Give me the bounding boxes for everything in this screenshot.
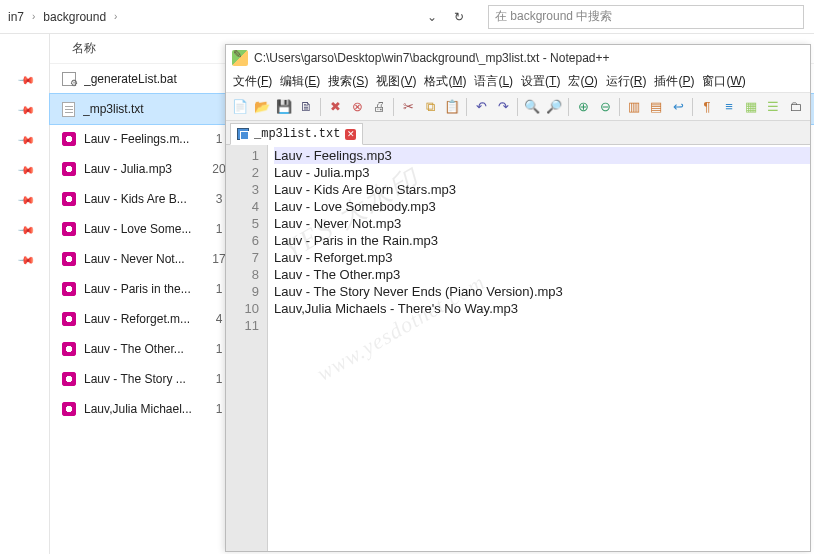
toolbar-separator: [466, 98, 467, 116]
toolbar-separator: [320, 98, 321, 116]
folder-tree-icon[interactable]: 🗀: [785, 97, 805, 117]
tab-bar[interactable]: _mp3list.txt ✕: [226, 121, 810, 145]
new-file-icon[interactable]: 📄: [230, 97, 250, 117]
line-number: 4: [226, 198, 259, 215]
toolbar-separator: [568, 98, 569, 116]
code-line: Lauv,Julia Michaels - There's No Way.mp3: [274, 300, 810, 317]
menu-item[interactable]: 视图(V): [373, 71, 419, 92]
open-file-icon[interactable]: 📂: [252, 97, 272, 117]
quick-access-pane: 📌📌📌📌📌📌📌: [0, 34, 50, 554]
pin-icon[interactable]: 📌: [13, 101, 36, 124]
file-name: Lauv - Feelings.m...: [84, 132, 204, 146]
code-line: Lauv - Julia.mp3: [274, 164, 810, 181]
menu-item[interactable]: 插件(P): [651, 71, 697, 92]
line-number: 3: [226, 181, 259, 198]
file-name: Lauv - Love Some...: [84, 222, 204, 236]
pin-icon[interactable]: 📌: [13, 71, 36, 94]
title-bar[interactable]: C:\Users\garso\Desktop\win7\background\_…: [226, 45, 810, 71]
search-input[interactable]: 在 background 中搜索: [488, 5, 804, 29]
file-name: Lauv - The Other...: [84, 342, 204, 356]
breadcrumb[interactable]: in7 › background ›: [0, 0, 420, 33]
pin-icon[interactable]: 📌: [13, 221, 36, 244]
crumb-1[interactable]: background: [39, 6, 110, 28]
undo-icon[interactable]: ↶: [471, 97, 491, 117]
menu-item[interactable]: 运行(R): [603, 71, 650, 92]
line-number-gutter: 1234567891011: [226, 145, 268, 551]
file-name: Lauv - Kids Are B...: [84, 192, 204, 206]
show-all-icon[interactable]: ¶: [697, 97, 717, 117]
menu-item[interactable]: 设置(T): [518, 71, 563, 92]
file-name: _mp3list.txt: [83, 102, 203, 116]
doc-map-icon[interactable]: ▦: [741, 97, 761, 117]
copy-icon[interactable]: ⧉: [420, 97, 440, 117]
tab-close-icon[interactable]: ✕: [345, 129, 356, 140]
menu-item[interactable]: 编辑(E): [277, 71, 323, 92]
menu-bar[interactable]: 文件(F)编辑(E)搜索(S)视图(V)格式(M)语言(L)设置(T)宏(O)运…: [226, 71, 810, 93]
toolbar-separator: [393, 98, 394, 116]
menu-item[interactable]: 语言(L): [471, 71, 516, 92]
toolbar[interactable]: 📄📂💾🗎✖⊗🖨✂⧉📋↶↷🔍🔎⊕⊖▥▤↩¶≡▦☰🗀: [226, 93, 810, 121]
menu-item[interactable]: 格式(M): [421, 71, 469, 92]
sync-h-icon[interactable]: ▤: [646, 97, 666, 117]
notepadpp-window: C:\Users\garso\Desktop\win7\background\_…: [225, 44, 811, 552]
save-icon[interactable]: 💾: [274, 97, 294, 117]
bat-file-icon: [62, 72, 76, 86]
menu-item[interactable]: 宏(O): [565, 71, 600, 92]
replace-icon[interactable]: 🔎: [544, 97, 564, 117]
redo-icon[interactable]: ↷: [493, 97, 513, 117]
mp3-file-icon: [62, 282, 76, 296]
cut-icon[interactable]: ✂: [398, 97, 418, 117]
save-all-icon[interactable]: 🗎: [296, 97, 316, 117]
menu-item[interactable]: 文件(F): [230, 71, 275, 92]
editor-area[interactable]: 1234567891011 Lauv - Feelings.mp3Lauv - …: [226, 145, 810, 551]
mp3-file-icon: [62, 312, 76, 326]
code-line: Lauv - Kids Are Born Stars.mp3: [274, 181, 810, 198]
wrap-icon[interactable]: ↩: [668, 97, 688, 117]
line-number: 8: [226, 266, 259, 283]
code-line: Lauv - Paris in the Rain.mp3: [274, 232, 810, 249]
file-name: Lauv - Never Not...: [84, 252, 204, 266]
toolbar-separator: [517, 98, 518, 116]
line-number: 1: [226, 147, 259, 164]
paste-icon[interactable]: 📋: [442, 97, 462, 117]
line-number: 5: [226, 215, 259, 232]
file-name: Lauv - Julia.mp3: [84, 162, 204, 176]
pin-icon[interactable]: 📌: [13, 191, 36, 214]
find-icon[interactable]: 🔍: [522, 97, 542, 117]
code-line: Lauv - Feelings.mp3: [274, 147, 810, 164]
mp3-file-icon: [62, 162, 76, 176]
window-title: C:\Users\garso\Desktop\win7\background\_…: [254, 51, 610, 65]
print-icon[interactable]: 🖨: [369, 97, 389, 117]
indent-guide-icon[interactable]: ≡: [719, 97, 739, 117]
file-name: Lauv - Paris in the...: [84, 282, 204, 296]
code-line: Lauv - The Story Never Ends (Piano Versi…: [274, 283, 810, 300]
mp3-file-icon: [62, 222, 76, 236]
zoom-out-icon[interactable]: ⊖: [595, 97, 615, 117]
mp3-file-icon: [62, 342, 76, 356]
close-all-icon[interactable]: ⊗: [347, 97, 367, 117]
pin-icon[interactable]: 📌: [13, 161, 36, 184]
file-name: _generateList.bat: [84, 72, 204, 86]
code-line: Lauv - Never Not.mp3: [274, 215, 810, 232]
document-tab[interactable]: _mp3list.txt ✕: [230, 123, 363, 145]
zoom-in-icon[interactable]: ⊕: [573, 97, 593, 117]
close-icon[interactable]: ✖: [325, 97, 345, 117]
toolbar-separator: [692, 98, 693, 116]
menu-item[interactable]: 搜索(S): [325, 71, 371, 92]
pin-icon[interactable]: 📌: [13, 131, 36, 154]
pin-icon[interactable]: 📌: [13, 251, 36, 274]
sync-v-icon[interactable]: ▥: [624, 97, 644, 117]
line-number: 7: [226, 249, 259, 266]
code-line: Lauv - The Other.mp3: [274, 266, 810, 283]
chevron-right-icon: ›: [28, 11, 39, 22]
mp3-file-icon: [62, 372, 76, 386]
toolbar-separator: [619, 98, 620, 116]
address-dropdown-icon[interactable]: ⌄: [420, 10, 444, 24]
file-name: Lauv - The Story ...: [84, 372, 204, 386]
code-content[interactable]: Lauv - Feelings.mp3Lauv - Julia.mp3Lauv …: [268, 145, 810, 551]
func-list-icon[interactable]: ☰: [763, 97, 783, 117]
crumb-0[interactable]: in7: [4, 6, 28, 28]
menu-item[interactable]: 窗口(W): [699, 71, 748, 92]
refresh-icon[interactable]: ↻: [444, 10, 474, 24]
line-number: 6: [226, 232, 259, 249]
